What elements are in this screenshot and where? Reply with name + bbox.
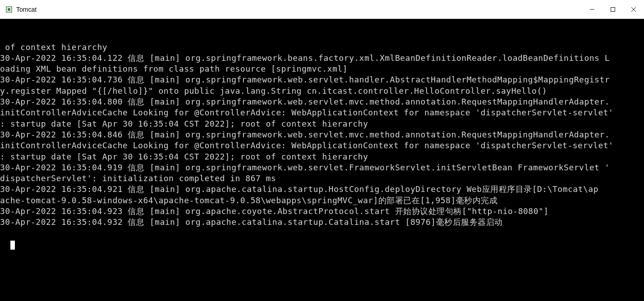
console-output[interactable]: of context hierarchy30-Apr-2022 16:35:04… <box>0 19 644 301</box>
minimize-button[interactable] <box>582 0 603 19</box>
console-line: 30-Apr-2022 16:35:04.923 信息 [main] org.a… <box>0 206 644 217</box>
console-line: y.register Mapped "{[/hello]}" onto publ… <box>0 86 644 96</box>
close-button[interactable] <box>623 0 644 19</box>
window-title: Tomcat <box>16 6 37 13</box>
console-line: oading XML bean definitions from class p… <box>0 64 644 74</box>
window-controls <box>582 0 644 18</box>
console-line: 30-Apr-2022 16:35:04.921 信息 [main] org.a… <box>0 184 644 195</box>
console-line: 30-Apr-2022 16:35:04.919 信息 [main] org.s… <box>0 162 644 173</box>
svg-rect-1 <box>8 8 10 11</box>
cursor <box>10 241 15 250</box>
console-line: 30-Apr-2022 16:35:04.846 信息 [main] org.s… <box>0 129 644 140</box>
console-line: dispatcherServlet': initialization compl… <box>0 173 644 184</box>
console-line: 30-Apr-2022 16:35:04.736 信息 [main] org.s… <box>0 74 644 85</box>
console-line: : startup date [Sat Apr 30 16:35:04 CST … <box>0 119 644 129</box>
window-titlebar: Tomcat <box>0 0 644 19</box>
console-line: ache-tomcat-9.0.58-windows-x64\apache-to… <box>0 195 644 206</box>
console-line: 30-Apr-2022 16:35:04.122 信息 [main] org.s… <box>0 53 644 64</box>
console-line: 30-Apr-2022 16:35:04.800 信息 [main] org.s… <box>0 96 644 107</box>
console-line: : startup date [Sat Apr 30 16:35:04 CST … <box>0 151 644 162</box>
svg-rect-3 <box>611 7 615 11</box>
maximize-button[interactable] <box>603 0 623 19</box>
titlebar-left: Tomcat <box>5 6 37 13</box>
console-line: initControllerAdviceCache Looking for @C… <box>0 140 644 151</box>
console-line: of context hierarchy <box>0 42 644 53</box>
console-line: 30-Apr-2022 16:35:04.932 信息 [main] org.a… <box>0 217 644 228</box>
app-icon <box>5 6 13 13</box>
console-line: initControllerAdviceCache Looking for @C… <box>0 107 644 118</box>
